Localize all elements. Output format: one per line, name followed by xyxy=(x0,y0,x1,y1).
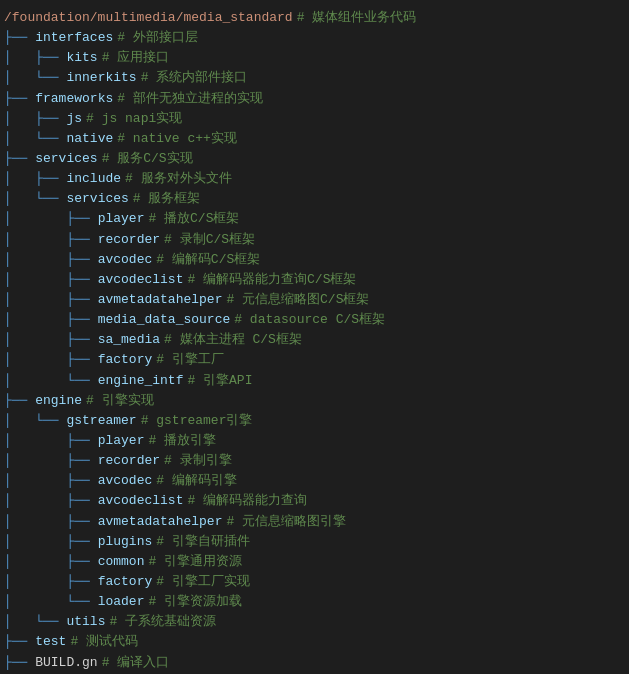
tree-row: │ ├── common # 引擎通用资源 xyxy=(4,552,625,572)
tree-row: │ ├── recorder # 录制C/S框架 xyxy=(4,230,625,250)
tree-row: ├── services # 服务C/S实现 xyxy=(4,149,625,169)
tree-item-name: avmetadatahelper xyxy=(98,512,223,532)
tree-row: /foundation/multimedia/media_standard # … xyxy=(4,8,625,28)
tree-item-name: utils xyxy=(66,612,105,632)
tree-row: │ └── engine_intf # 引擎API xyxy=(4,371,625,391)
tree-item-name: common xyxy=(98,552,145,572)
tree-comment: # 媒体主进程 C/S框架 xyxy=(164,330,302,350)
tree-item-name: js xyxy=(66,109,82,129)
tree-row: │ ├── recorder # 录制引擎 xyxy=(4,451,625,471)
tree-comment: # 编解码C/S框架 xyxy=(156,250,260,270)
tree-item-name: native xyxy=(66,129,113,149)
tree-prefix: │ ├── xyxy=(4,431,98,451)
tree-comment: # 子系统基础资源 xyxy=(109,612,216,632)
tree-item-name: factory xyxy=(98,572,153,592)
tree-row: │ └── loader # 引擎资源加载 xyxy=(4,592,625,612)
tree-prefix: │ └── xyxy=(4,612,66,632)
tree-comment: # 编解码器能力查询C/S框架 xyxy=(187,270,356,290)
tree-prefix: │ ├── xyxy=(4,169,66,189)
tree-item-name: test xyxy=(35,632,66,652)
tree-prefix: │ ├── xyxy=(4,270,98,290)
tree-item-name: plugins xyxy=(98,532,153,552)
tree-row: │ ├── factory # 引擎工厂 xyxy=(4,350,625,370)
tree-prefix: │ └── xyxy=(4,68,66,88)
tree-comment: # 录制引擎 xyxy=(164,451,232,471)
tree-comment: # 编解码引擎 xyxy=(156,471,237,491)
tree-comment: # 系统内部件接口 xyxy=(141,68,248,88)
tree-row: │ ├── avcodec # 编解码C/S框架 xyxy=(4,250,625,270)
tree-row: ├── interfaces # 外部接口层 xyxy=(4,28,625,48)
tree-item-name: engine xyxy=(35,391,82,411)
tree-row: ├── BUILD.gn # 编译入口 xyxy=(4,653,625,673)
tree-prefix: │ └── xyxy=(4,371,98,391)
tree-comment: # 引擎API xyxy=(187,371,252,391)
tree-comment: # js napi实现 xyxy=(86,109,182,129)
tree-prefix: ├── xyxy=(4,89,35,109)
tree-item-name: include xyxy=(66,169,121,189)
tree-item-name: services xyxy=(35,149,97,169)
tree-comment: # 媒体组件业务代码 xyxy=(297,8,417,28)
tree-row: │ ├── js # js napi实现 xyxy=(4,109,625,129)
tree-row: │ ├── avmetadatahelper # 元信息缩略图C/S框架 xyxy=(4,290,625,310)
tree-prefix: ├── xyxy=(4,653,35,673)
tree-item-name: BUILD.gn xyxy=(35,653,97,673)
tree-prefix: ├── xyxy=(4,149,35,169)
tree-prefix: │ └── xyxy=(4,411,66,431)
tree-prefix: │ ├── xyxy=(4,48,66,68)
tree-item-name: player xyxy=(98,431,145,451)
tree-row: │ ├── player # 播放C/S框架 xyxy=(4,209,625,229)
tree-comment: # 服务对外头文件 xyxy=(125,169,232,189)
tree-item-name: interfaces xyxy=(35,28,113,48)
tree-item-name: avcodec xyxy=(98,471,153,491)
tree-comment: # gstreamer引擎 xyxy=(141,411,253,431)
tree-item-name: recorder xyxy=(98,230,160,250)
tree-row: │ ├── plugins # 引擎自研插件 xyxy=(4,532,625,552)
tree-prefix: │ ├── xyxy=(4,471,98,491)
tree-item-name: media_data_source xyxy=(98,310,231,330)
tree-row: │ ├── media_data_source # datasource C/S… xyxy=(4,310,625,330)
tree-item-name: recorder xyxy=(98,451,160,471)
tree-prefix: │ ├── xyxy=(4,532,98,552)
tree-row: ├── frameworks # 部件无独立进程的实现 xyxy=(4,89,625,109)
tree-comment: # 编解码器能力查询 xyxy=(187,491,307,511)
tree-prefix: ├── xyxy=(4,28,35,48)
tree-prefix: │ ├── xyxy=(4,552,98,572)
tree-item-name: innerkits xyxy=(66,68,136,88)
tree-comment: # 元信息缩略图C/S框架 xyxy=(226,290,369,310)
tree-prefix: │ ├── xyxy=(4,290,98,310)
tree-row: │ ├── kits # 应用接口 xyxy=(4,48,625,68)
tree-row: │ └── gstreamer # gstreamer引擎 xyxy=(4,411,625,431)
tree-comment: # 录制C/S框架 xyxy=(164,230,255,250)
tree-item-name: sa_media xyxy=(98,330,160,350)
tree-item-name: kits xyxy=(66,48,97,68)
tree-item-name: engine_intf xyxy=(98,371,184,391)
tree-item-name: /foundation/multimedia/media_standard xyxy=(4,8,293,28)
tree-row: │ └── services # 服务框架 xyxy=(4,189,625,209)
tree-prefix: │ ├── xyxy=(4,512,98,532)
tree-comment: # 引擎实现 xyxy=(86,391,154,411)
tree-row: │ ├── sa_media # 媒体主进程 C/S框架 xyxy=(4,330,625,350)
tree-row: │ ├── factory # 引擎工厂实现 xyxy=(4,572,625,592)
tree-prefix: ├── xyxy=(4,391,35,411)
tree-prefix: │ ├── xyxy=(4,109,66,129)
tree-row: ├── engine # 引擎实现 xyxy=(4,391,625,411)
tree-comment: # 引擎通用资源 xyxy=(148,552,242,572)
tree-prefix: │ ├── xyxy=(4,330,98,350)
tree-prefix: │ └── xyxy=(4,189,66,209)
tree-comment: # 编译入口 xyxy=(102,653,170,673)
tree-comment: # 应用接口 xyxy=(102,48,170,68)
tree-item-name: services xyxy=(66,189,128,209)
tree-item-name: avcodeclist xyxy=(98,270,184,290)
tree-row: │ ├── avmetadatahelper # 元信息缩略图引擎 xyxy=(4,512,625,532)
tree-comment: # 服务C/S实现 xyxy=(102,149,193,169)
tree-comment: # 部件无独立进程的实现 xyxy=(117,89,263,109)
tree-prefix: │ ├── xyxy=(4,350,98,370)
tree-prefix: │ ├── xyxy=(4,250,98,270)
tree-prefix: │ ├── xyxy=(4,209,98,229)
tree-prefix: │ ├── xyxy=(4,572,98,592)
tree-item-name: frameworks xyxy=(35,89,113,109)
tree-prefix: │ └── xyxy=(4,592,98,612)
tree-row: │ └── native # native c++实现 xyxy=(4,129,625,149)
tree-prefix: │ ├── xyxy=(4,230,98,250)
tree-item-name: factory xyxy=(98,350,153,370)
